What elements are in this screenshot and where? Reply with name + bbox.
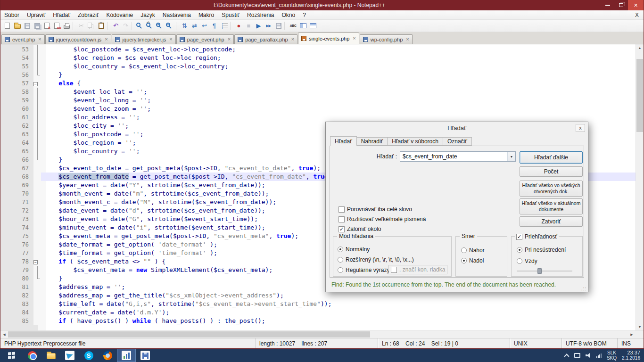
- tab-close-icon[interactable]: ×: [105, 37, 107, 42]
- fold-collapse-icon[interactable]: −: [33, 260, 38, 264]
- find-next-button[interactable]: Hľadať ďalšie: [520, 151, 583, 164]
- zoom-in-icon[interactable]: [155, 21, 165, 31]
- tab-close-icon[interactable]: ×: [169, 37, 172, 42]
- find-dialog-close-icon[interactable]: x: [576, 124, 585, 132]
- horizontal-scrollbar[interactable]: ◀ ▶: [0, 331, 636, 338]
- menu-okno[interactable]: Okno: [278, 11, 299, 19]
- menu-hladat[interactable]: Hľadať: [49, 11, 74, 19]
- display-icon[interactable]: [574, 353, 580, 358]
- taskbar-browser-2-button[interactable]: [98, 349, 117, 362]
- checkbox-transparency[interactable]: Priehľadnosť: [515, 233, 559, 240]
- tab-event.php[interactable]: event.php×: [1, 34, 45, 44]
- taskbar-skype-button[interactable]: S: [79, 349, 98, 362]
- find-close-button[interactable]: Zatvoriť: [520, 216, 583, 227]
- find-all-current-doc-button[interactable]: Hľadať všetko v aktuálnom dokumente: [520, 198, 583, 214]
- tab-close-icon[interactable]: ×: [406, 37, 409, 42]
- undo-icon[interactable]: ↶: [111, 21, 121, 31]
- paste-icon[interactable]: [96, 21, 106, 31]
- transparency-slider[interactable]: [517, 268, 572, 274]
- status-encoding[interactable]: UTF-8 w/o BOM: [561, 338, 617, 348]
- taskbar-stats-app-button[interactable]: [117, 349, 136, 362]
- document-map-icon[interactable]: [298, 21, 308, 31]
- close-all-documents-icon[interactable]: [52, 21, 62, 31]
- start-button[interactable]: [0, 349, 23, 362]
- tab-close-icon[interactable]: ×: [291, 37, 294, 42]
- taskbar-chrome-button[interactable]: [23, 349, 41, 362]
- code-line-82[interactable]: 82 $address_map = get_the_title("$cs_xml…: [0, 291, 636, 300]
- tab-close-icon[interactable]: ×: [228, 37, 231, 42]
- radio-search-mode-normal[interactable]: Normálny: [338, 246, 370, 253]
- checkbox-match-case[interactable]: Rozlišovať veľké/malé písmená: [339, 215, 426, 223]
- word-wrap-icon[interactable]: ↩: [199, 21, 209, 31]
- close-document-icon[interactable]: [42, 21, 52, 31]
- fold-collapse-icon[interactable]: −: [33, 82, 38, 86]
- menu-nastavenia[interactable]: Nastavenia: [159, 11, 195, 19]
- code-line-61[interactable]: 61 $loc_address = '';: [0, 113, 636, 122]
- radio-search-mode-regex[interactable]: Regulárne výrazy: [338, 266, 389, 274]
- minimize-button[interactable]: [601, 0, 614, 10]
- scroll-right-icon[interactable]: ▶: [628, 331, 636, 338]
- code-line-58[interactable]: 58 $event_loc_lat = '';: [0, 88, 636, 96]
- code-line-85[interactable]: 85 if ( have_posts() ) while ( have_post…: [0, 317, 636, 325]
- vertical-scroll-thumb[interactable]: [636, 59, 643, 132]
- tab-page-event.php[interactable]: page_event.php×: [176, 34, 234, 44]
- search-input[interactable]: $cs_event_from_date ▼: [400, 151, 516, 162]
- menu-kodovanie[interactable]: Kódovanie: [102, 11, 137, 19]
- copy-icon[interactable]: [86, 21, 96, 31]
- menu-subor[interactable]: Súbor: [0, 11, 23, 19]
- code-line-59[interactable]: 59 $event_loc_long = '';: [0, 96, 636, 105]
- scroll-left-icon[interactable]: ◀: [0, 331, 8, 338]
- count-button[interactable]: Počet: [520, 166, 583, 177]
- checkbox-dot-matches-newline[interactable]: . značí kon. riadka: [388, 265, 447, 274]
- menu-help[interactable]: ?: [299, 11, 310, 19]
- status-eol-format[interactable]: UNIX: [510, 338, 561, 348]
- save-macro-icon[interactable]: [273, 21, 283, 31]
- menubar-close-icon[interactable]: X: [630, 12, 644, 18]
- tab-wp-config.php[interactable]: wp-config.php×: [360, 34, 413, 44]
- menu-rozsirenia[interactable]: Rozšírenia: [243, 11, 278, 19]
- radio-search-mode-extended[interactable]: Rozšírený (\n, \r, \t, \0, \x...): [338, 256, 414, 263]
- taskbar-messaging-app-button[interactable]: [60, 349, 79, 362]
- code-line-60[interactable]: 60 $event_loc_zoom = '';: [0, 105, 636, 113]
- code-line-83[interactable]: 83 $time_left = date("G,i,s", strtotime(…: [0, 300, 636, 308]
- title-bar[interactable]: I:\Dokumenty\ecav\event_countdown\single…: [0, 0, 644, 10]
- save-icon[interactable]: [22, 21, 32, 31]
- tab-close-icon[interactable]: ×: [38, 37, 41, 42]
- combo-dropdown-icon[interactable]: ▼: [507, 152, 515, 161]
- stop-macro-icon[interactable]: ■: [244, 21, 254, 31]
- tab-close-icon[interactable]: ×: [353, 36, 355, 41]
- volume-icon[interactable]: [586, 353, 591, 358]
- code-line-57[interactable]: 57− else {: [0, 79, 636, 88]
- radio-transparency-always[interactable]: Vždy: [517, 257, 537, 265]
- code-line-56[interactable]: 56 }: [0, 71, 636, 79]
- tab-jquery.countdown.js[interactable]: jquery.countdown.js×: [45, 34, 111, 44]
- taskbar-editor-app-button[interactable]: [136, 349, 155, 362]
- status-insert-mode[interactable]: INS: [617, 338, 644, 348]
- radio-direction-up[interactable]: Nahor: [461, 247, 485, 254]
- sync-scroll-vertical-icon[interactable]: ⇅: [180, 21, 190, 31]
- new-file-icon[interactable]: [2, 21, 12, 31]
- vertical-scroll-track[interactable]: [636, 51, 644, 323]
- code-line-55[interactable]: 55 $loc_country = $cs_event_loc->loc_cou…: [0, 62, 636, 71]
- find-all-open-docs-button[interactable]: Hľadať všetko vo všetkých otvorených dok…: [520, 181, 583, 197]
- cut-icon[interactable]: ✂: [76, 21, 86, 31]
- scroll-down-icon[interactable]: ▼: [636, 323, 644, 330]
- function-list-icon[interactable]: [308, 21, 318, 31]
- spell-check-icon[interactable]: ABC: [288, 21, 298, 31]
- clock[interactable]: 23:37 2.1.2016: [622, 350, 640, 361]
- close-button[interactable]: ×: [628, 0, 644, 10]
- taskbar-file-explorer-button[interactable]: [41, 349, 60, 362]
- resize-grip[interactable]: .::: [581, 286, 586, 291]
- sync-scroll-horizontal-icon[interactable]: ⇄: [190, 21, 199, 31]
- dialog-tab-find-in-files[interactable]: Hľadať v súboroch: [387, 137, 443, 146]
- menu-spustit[interactable]: Spustiť: [218, 11, 243, 19]
- tray-expand-icon[interactable]: [564, 354, 569, 358]
- network-icon[interactable]: [596, 353, 602, 358]
- replace-icon[interactable]: [145, 21, 155, 31]
- horizontal-scroll-thumb[interactable]: [8, 331, 370, 337]
- scroll-up-icon[interactable]: ▲: [636, 44, 644, 51]
- language-indicator[interactable]: SLK SKQ: [607, 350, 617, 361]
- dialog-tab-find[interactable]: Hľadať: [330, 136, 357, 146]
- play-macro-icon[interactable]: ▶: [254, 21, 264, 31]
- menu-zobrazit[interactable]: Zobraziť: [74, 11, 103, 19]
